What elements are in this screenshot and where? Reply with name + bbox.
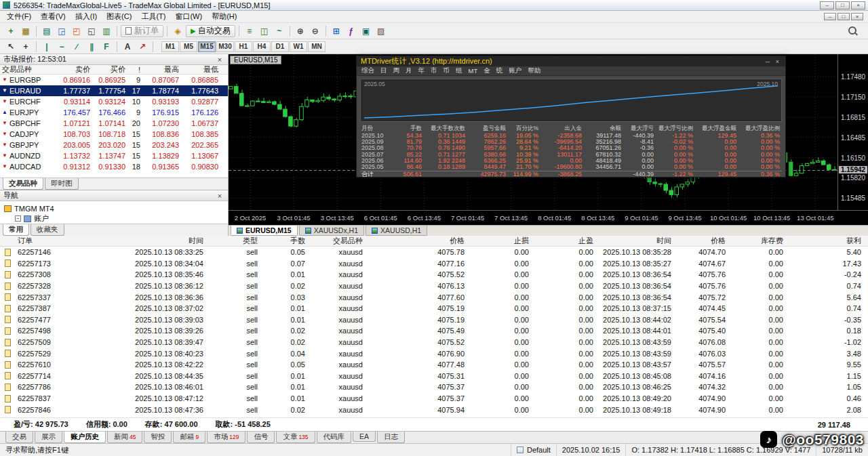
navigator-tab[interactable]: 常用 xyxy=(3,224,29,236)
vertical-line-icon[interactable]: | xyxy=(40,41,54,53)
column-header[interactable]: 交易品种 xyxy=(0,64,57,75)
order-row[interactable]: 622575292025.10.13 08:40:23sell0.04xauus… xyxy=(0,348,868,359)
terminal-tab[interactable]: 邮箱9 xyxy=(173,432,205,443)
history-column-header[interactable]: 止盈 xyxy=(536,236,600,246)
close-icon[interactable]: × xyxy=(215,56,224,64)
terminal-tab[interactable]: 展示 xyxy=(35,432,62,443)
order-row[interactable]: 622577862025.10.13 08:46:01sell0.01xauus… xyxy=(0,381,868,393)
column-header[interactable]: ! xyxy=(127,66,142,74)
order-row[interactable]: 622574982025.10.13 08:39:26sell0.02xauus… xyxy=(0,325,868,337)
fibonacci-icon[interactable]: F xyxy=(100,41,113,53)
status-profile[interactable]: Default xyxy=(511,444,556,456)
market-watch-icon[interactable]: ▤ xyxy=(40,25,54,37)
tile-windows-icon[interactable]: ⊞ xyxy=(330,25,343,37)
order-row[interactable]: 622573082025.10.13 08:35:46sell0.01xauus… xyxy=(0,269,868,281)
navigator-accounts-item[interactable]: − 账户 xyxy=(4,213,224,224)
mtdriver-menu-item[interactable]: 日 xyxy=(380,66,387,75)
mtdriver-menu-item[interactable]: MT xyxy=(469,67,478,75)
menu-item[interactable]: 插入(I) xyxy=(71,11,102,22)
terminal-tab[interactable]: 代码库 xyxy=(317,432,352,443)
terminal-icon[interactable]: ◱ xyxy=(85,25,98,37)
navigator-root-item[interactable]: TMGM MT4 xyxy=(4,203,224,213)
minimize-button[interactable]: – xyxy=(820,1,834,9)
navigator-tab[interactable]: 收藏夹 xyxy=(31,224,64,236)
column-header[interactable]: 买价 xyxy=(92,64,127,75)
menu-item[interactable]: 查看(V) xyxy=(36,11,71,22)
chart-tab[interactable]: EURUSD,M15 xyxy=(231,226,298,236)
market-row[interactable]: ▼EURCHF0.931140.93124100.931930.92877 xyxy=(0,96,228,107)
mtdriver-menu-item[interactable]: 账户 xyxy=(509,66,521,75)
terminal-tab[interactable]: 日志 xyxy=(377,432,405,443)
mtdriver-window[interactable]: MTDriver统计 ,V3.12 (http://mtdriver.cn) ─… xyxy=(356,56,786,178)
menu-item[interactable]: 图表(C) xyxy=(102,11,136,22)
time-axis[interactable]: 2 Oct 20253 Oct 01:453 Oct 13:456 Oct 01… xyxy=(229,210,868,225)
order-row[interactable]: 622573872025.10.13 08:37:02sell0.01xauus… xyxy=(0,303,868,314)
trendline-icon[interactable]: ∕ xyxy=(70,41,83,53)
arrows-icon[interactable]: ↗ xyxy=(136,41,149,53)
mtdriver-menu-item[interactable]: 月 xyxy=(406,66,412,75)
data-window-icon[interactable]: ◲ xyxy=(55,25,68,37)
order-row[interactable]: 622573282025.10.13 08:36:12sell0.02xauus… xyxy=(0,281,868,292)
terminal-tab[interactable]: 市场129 xyxy=(207,432,245,443)
terminal-tab[interactable]: 智投 xyxy=(144,432,172,443)
timeframe-h4[interactable]: H4 xyxy=(253,41,271,52)
terminal-tab[interactable]: 交易 xyxy=(5,432,33,443)
history-column-header[interactable]: 库存费 xyxy=(732,236,790,246)
zoom-out-icon[interactable]: ⊖ xyxy=(309,25,322,37)
order-row[interactable]: 622575092025.10.13 08:39:47sell0.02xauus… xyxy=(0,337,868,348)
order-row[interactable]: 622578462025.10.13 08:47:36sell0.02xauus… xyxy=(0,404,868,415)
menu-item[interactable]: 窗口(W) xyxy=(170,11,207,22)
market-watch-tab[interactable]: 交易品种 xyxy=(3,178,43,190)
timeframe-m1[interactable]: M1 xyxy=(161,41,179,52)
terminal-tab[interactable]: 信号 xyxy=(247,432,275,443)
navigator-icon[interactable]: ◰ xyxy=(70,25,83,37)
crosshair-icon[interactable]: + xyxy=(19,41,33,53)
column-header[interactable]: 最高 xyxy=(142,64,181,75)
mtdriver-menu-item[interactable]: 综合 xyxy=(361,66,374,75)
market-row[interactable]: ▼CADJPY108.703108.71815108.836108.385 xyxy=(0,129,228,140)
history-column-header[interactable]: 交易品种 xyxy=(312,236,370,246)
market-row[interactable]: ▼AUDCAD0.913120.91330180.913650.90830 xyxy=(0,161,228,172)
close-button[interactable]: × xyxy=(851,1,865,9)
strategy-tester-icon[interactable]: ▥ xyxy=(100,25,113,37)
mtdriver-menu-item[interactable]: 年 xyxy=(418,66,425,75)
chart-candles-icon[interactable]: ◫ xyxy=(258,25,271,37)
market-row[interactable]: ▼AUDNZD1.137321.13747151.138291.13067 xyxy=(0,150,228,161)
chart-tab[interactable]: XAUUSD,H1 xyxy=(366,226,427,236)
history-column-header[interactable]: 时间 xyxy=(75,236,210,246)
history-column-header[interactable]: 类型 xyxy=(210,236,264,246)
order-row[interactable]: 622574772025.10.13 08:39:03sell0.01xauus… xyxy=(0,314,868,326)
market-row[interactable]: ▼GBPCHF1.071211.07141201.072301.06737 xyxy=(0,118,228,129)
order-row[interactable]: 622577142025.10.13 08:44:35sell0.01xauus… xyxy=(0,371,868,382)
metaeditor-icon[interactable]: ◈ xyxy=(171,25,184,37)
mtdriver-title-bar[interactable]: MTDriver统计 ,V3.12 (http://mtdriver.cn) ─… xyxy=(357,56,785,66)
order-row[interactable]: 622573372025.10.13 08:36:36sell0.03xauus… xyxy=(0,291,868,303)
close-icon[interactable]: × xyxy=(215,192,224,200)
menu-item[interactable]: 工具(T) xyxy=(136,11,170,22)
expander-icon[interactable]: − xyxy=(15,215,21,222)
autotrade-button[interactable]: ▶自动交易 xyxy=(186,25,235,37)
mdi-restore-button[interactable]: □ xyxy=(837,13,850,20)
mtdriver-window-controls[interactable]: ─ × xyxy=(766,58,781,65)
template-icon[interactable]: ▨ xyxy=(374,25,388,37)
column-header[interactable]: 最低 xyxy=(181,64,220,75)
mtdriver-menu-item[interactable]: 帮助 xyxy=(528,66,540,75)
mtdriver-menu-item[interactable]: 统 xyxy=(496,66,503,75)
search-icon[interactable] xyxy=(848,26,858,36)
column-header[interactable]: 卖价 xyxy=(57,64,92,75)
channel-icon[interactable]: ∥ xyxy=(85,41,98,53)
new-order-button[interactable]: 新订单 xyxy=(121,25,163,37)
market-row[interactable]: ▼GBPJPY203.005203.02015203.243202.365 xyxy=(0,140,228,150)
new-chart-icon[interactable]: + xyxy=(4,25,18,37)
mtdriver-menu-item[interactable]: 周 xyxy=(393,66,400,75)
timeframe-m5[interactable]: M5 xyxy=(180,41,197,52)
chart-line-icon[interactable]: ~ xyxy=(273,25,286,37)
timeframe-h1[interactable]: H1 xyxy=(235,41,252,52)
mtdriver-menu-item[interactable]: 组 xyxy=(456,66,462,75)
terminal-tab[interactable]: 文章135 xyxy=(276,432,315,443)
market-row[interactable]: ▼EURAUD1.777371.77754171.787741.77643 xyxy=(0,85,228,96)
order-row[interactable]: 622571462025.10.13 08:33:25sell0.05xauus… xyxy=(0,247,868,258)
mtdriver-menu-item[interactable]: 市 xyxy=(431,66,437,75)
history-column-header[interactable]: 止损 xyxy=(471,236,536,246)
history-column-header[interactable]: 价格 xyxy=(678,236,732,246)
